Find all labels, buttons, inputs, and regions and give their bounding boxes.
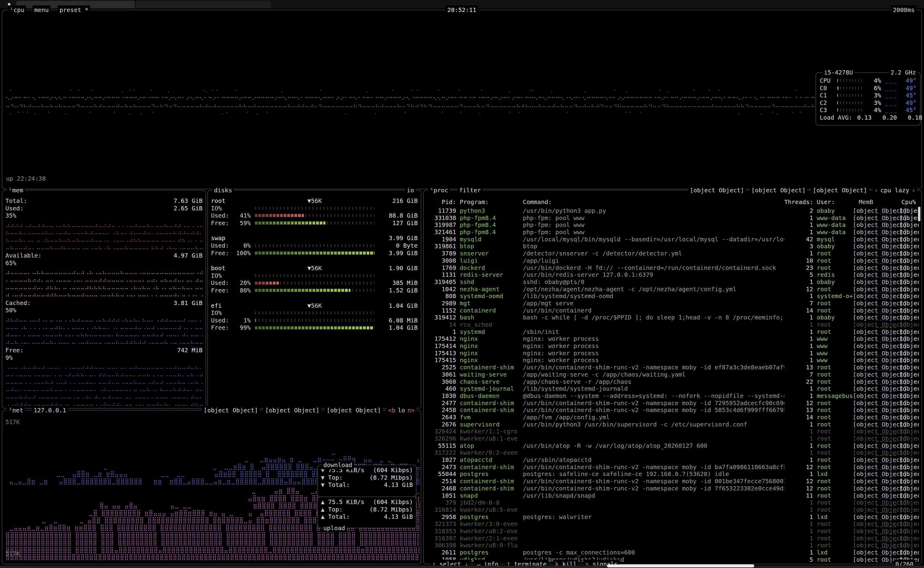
process-row[interactable]: 55115 atop /usr/bin/atop -R -w /var/log/…	[426, 443, 919, 450]
process-option-button[interactable]: [object Object]	[688, 186, 746, 195]
process-program: containerd-shim	[460, 464, 519, 471]
process-row[interactable]: 319405 sshd sshd: obaby@pts/0 1 obaby [o…	[426, 279, 919, 286]
volume-used-meter	[255, 244, 374, 247]
process-row[interactable]: 808 systemd-oomd /lib/systemd/systemd-oo…	[426, 293, 919, 300]
preset-button[interactable]: preset *	[58, 5, 90, 14]
process-row[interactable]: 175415 nginx nginx: worker process 1 www…	[426, 357, 919, 364]
process-row[interactable]: 3789 snserver /detector/snserver -c /det…	[426, 250, 919, 257]
sort-next-icon[interactable]: ›	[912, 187, 915, 194]
process-pid: 2958	[426, 514, 456, 521]
menu-button[interactable]: menu	[32, 5, 50, 14]
process-row[interactable]: 55044 postgres postgres: safeline-ce saf…	[426, 471, 919, 478]
process-row[interactable]: 11739 python3 /usr/bin/python3 app.py 2 …	[426, 207, 919, 215]
process-row[interactable]: 321373 kworker/3:0-even 1 root [object O…	[426, 521, 919, 528]
process-program: postgres	[460, 549, 519, 556]
process-row[interactable]: 1051 snapd /usr/lib/snapd/snapd 11 root …	[426, 492, 919, 500]
memory-panel-title[interactable]: ²mem	[7, 186, 25, 195]
sort-prev-icon[interactable]: ‹	[874, 187, 878, 194]
process-row[interactable]: 321461 php-fpm8.4 php-fpm: pool www 1 ww…	[426, 229, 919, 236]
process-row[interactable]: 1131 redis-server /usr/bin/redis-server …	[426, 271, 919, 279]
network-panel-title[interactable]: ³net	[7, 406, 25, 415]
process-option-button[interactable]: [object Object]	[811, 186, 869, 195]
process-row[interactable]: 326296 kworker/u8:1-eve 1 root [object O…	[426, 435, 919, 443]
process-row[interactable]: 2473 containerd-shim /usr/bin/containerd…	[426, 464, 919, 471]
cpu-panel-title[interactable]: ¹cpu	[8, 5, 26, 14]
process-memory: [object Object]	[853, 236, 873, 243]
process-row[interactable]: 2525 containerd-shim /usr/bin/containerd…	[426, 364, 919, 371]
process-row[interactable]: 2643 fvm /app/fvm /app/config.yml 14 roo…	[426, 414, 919, 421]
process-row[interactable]: 1030 dbus-daemon @dbus-daemon --system -…	[426, 393, 919, 400]
process-panel-title[interactable]: ⁴proc	[428, 186, 450, 195]
process-row[interactable]: 319861 btop btop 3 obaby [object Object]…	[426, 243, 919, 250]
process-row[interactable]: 1152 containerd /usr/bin/containerd 14 r…	[426, 307, 919, 314]
disks-io-toggle[interactable]: io	[405, 186, 416, 195]
process-threads: 1	[784, 215, 813, 222]
bottom-indicator-pill[interactable]	[607, 564, 754, 567]
net-toggle-button[interactable]: [object Object]	[325, 406, 383, 415]
cpu-hotkey: ¹	[10, 6, 13, 14]
process-row[interactable]: 175413 nginx nginx: worker process 1 www…	[426, 350, 919, 357]
process-option-button[interactable]: [object Object]	[749, 186, 808, 195]
process-row[interactable]: 460 systemd-journal /lib/systemd/systemd…	[426, 385, 919, 393]
process-row[interactable]: 331038 php-fpm8.4 php-fpm: pool www 1 ww…	[426, 215, 919, 222]
memory-section-row: Cached: 3.81 GiB	[5, 299, 202, 307]
process-row[interactable]: 1 systemd /sbin/init 1 root [object Obje…	[426, 328, 919, 336]
interface-next[interactable]: n>	[408, 406, 415, 414]
process-row[interactable]: 175414 nginx nginx: worker process 1 www…	[426, 343, 919, 350]
network-address[interactable]: 127.0.0.1	[32, 406, 68, 415]
volume-used-fill	[255, 214, 304, 217]
process-row[interactable]: 2468 containerd-shim /usr/bin/containerd…	[426, 485, 919, 492]
process-cpu-percent: [object Object]	[899, 243, 916, 250]
process-row[interactable]: 318353 kworker/u8:2-eve 1 root [object O…	[426, 528, 919, 535]
process-threads: 1	[784, 521, 813, 528]
memory-section-row: Free: 742 MiB	[5, 346, 202, 354]
process-row[interactable]: 1769 dockerd /usr/bin/dockerd -H fd:// -…	[426, 264, 919, 272]
terminal-tab-2[interactable]	[136, 1, 271, 8]
process-row[interactable]: 2514 containerd-shim /usr/bin/containerd…	[426, 478, 919, 485]
volume-used-meter	[255, 319, 374, 322]
net-toggle-button[interactable]: [object Object]	[202, 406, 260, 415]
process-row[interactable]: 1027 atopacctd /usr/sbin/atopacctd 1 roo…	[426, 456, 919, 464]
process-row[interactable]: 1904 mysqld /usr/local/mysql/bin/mysqld …	[426, 236, 919, 243]
process-scrollbar-thumb[interactable]	[918, 207, 920, 221]
process-row[interactable]: 2676 supervisord /usr/bin/python3 /usr/b…	[426, 421, 919, 428]
process-memory-meter	[875, 506, 899, 514]
process-row[interactable]: 2958 postgres postgres: walwriter 1 lxd …	[426, 514, 919, 521]
process-row[interactable]: 379 jbd2/dm-0-8 1 root [object Object] […	[426, 499, 919, 506]
process-row[interactable]: 3060 chaos-serve /app/chaos-serve -r /ap…	[426, 378, 919, 385]
process-row[interactable]: 2611 postgres postgres -c max_connection…	[426, 549, 919, 556]
process-program: containerd-shim	[460, 485, 519, 492]
process-row[interactable]: 14 rcu_sched 1 root [object Object] [obj…	[426, 321, 919, 328]
volume-used-value: 88.8 GiB	[379, 212, 418, 219]
disks-panel-title[interactable]: disks	[212, 186, 234, 195]
process-cpu-percent: [object Object]	[899, 271, 916, 279]
process-row[interactable]: 3061 waiting-serve /app/waiting-serve -c…	[426, 371, 919, 378]
process-row[interactable]: 326424 kworker/1:1-cgro 1 root [object O…	[426, 428, 919, 435]
process-row[interactable]: 319412 bash bash -c while [ -d /proc/$PP…	[426, 314, 919, 321]
download-top-label: Top:	[328, 474, 343, 481]
filter-button[interactable]: filter	[457, 186, 483, 195]
process-row[interactable]: 306398 kworker/u8:0-flu 1 root [object O…	[426, 542, 919, 549]
process-row[interactable]: 317222 kworker/0:2-even 1 root [object O…	[426, 449, 919, 456]
process-row[interactable]: 316397 kworker/2:1-even 1 root [object O…	[426, 535, 919, 542]
process-row[interactable]: 316814 kworker/u8:5-eve 1 root [object O…	[426, 506, 919, 514]
process-program: nginx	[460, 343, 519, 350]
net-toggle-button[interactable]: [object Object]	[263, 406, 321, 415]
process-row[interactable]: 2989 mgt /app/mgt serve 7 root [object O…	[426, 300, 919, 307]
core-temperature: 45°	[900, 106, 916, 114]
process-row[interactable]: 175412 nginx nginx: worker process 1 www…	[426, 335, 919, 343]
process-row[interactable]: 2477 containerd-shim /usr/bin/containerd…	[426, 400, 919, 407]
process-row[interactable]: 1042 nezha-agent /opt/nezha/agent/nezha-…	[426, 286, 919, 293]
process-threads: 1	[784, 229, 813, 236]
process-row[interactable]: 3008 luigi /app/luigi 10 root [object Ob…	[426, 257, 919, 264]
refresh-interval[interactable]: 2000ms	[891, 5, 916, 14]
process-memory: [object Object]	[853, 314, 873, 321]
process-row[interactable]: 2458 containerd-shim /usr/bin/containerd…	[426, 406, 919, 414]
interface-switcher[interactable]: <blon>	[387, 406, 417, 415]
interface-prev[interactable]: <b	[388, 406, 396, 414]
process-memory: [object Object]	[853, 343, 873, 350]
process-threads: 12	[784, 478, 813, 485]
sort-column-selector[interactable]: ‹cpu lazy›	[873, 186, 917, 195]
process-row[interactable]: 319987 php-fpm8.4 php-fpm: pool www 1 ww…	[426, 222, 919, 229]
volume-used-percent: 20%	[240, 279, 251, 287]
